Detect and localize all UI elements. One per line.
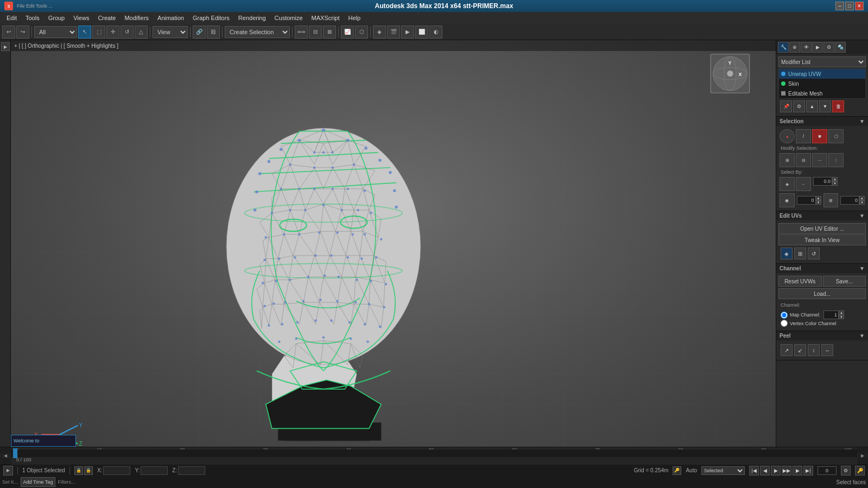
view-dropdown[interactable]: View Screen World Local bbox=[153, 26, 188, 38]
tb-select[interactable]: ↖ bbox=[78, 26, 91, 39]
loop-sel-btn[interactable]: ⋯ bbox=[812, 153, 827, 167]
load-channel-btn[interactable]: Load... bbox=[778, 288, 866, 299]
time-config-btn[interactable]: ⚙ bbox=[841, 466, 851, 476]
tb-align2[interactable]: ⊠ bbox=[323, 26, 336, 39]
key-filter-dropdown[interactable]: Selected All bbox=[701, 466, 745, 475]
peel-icon-3[interactable]: ↕ bbox=[808, 344, 820, 356]
open-uv-editor-btn[interactable]: Open UV Editor ... bbox=[778, 223, 866, 234]
tb-unlink[interactable]: ⛓ bbox=[207, 26, 220, 39]
tb-align[interactable]: ⊟ bbox=[309, 26, 322, 39]
key-mode-btn[interactable]: 🔑 bbox=[855, 466, 865, 476]
go-start-btn[interactable]: |◀ bbox=[749, 466, 759, 476]
spinbox-up-3[interactable]: ▲ bbox=[859, 196, 865, 200]
select-by-smooth[interactable]: ~ bbox=[796, 177, 811, 191]
tb-redo[interactable]: ↪ bbox=[16, 26, 29, 39]
grow-sel-btn[interactable]: ⊞ bbox=[780, 153, 795, 167]
menu-group[interactable]: Group bbox=[44, 12, 69, 24]
lock-y-btn[interactable]: 🔒 bbox=[84, 466, 93, 475]
viewport[interactable]: + | [ ] Orthographic | [ Smooth + Highli… bbox=[11, 40, 776, 447]
spinbox-input-2[interactable] bbox=[797, 196, 816, 205]
maximize-button[interactable]: □ bbox=[845, 2, 854, 10]
select-by-uv[interactable]: ⊞ bbox=[823, 193, 839, 207]
vertex-color-radio[interactable] bbox=[781, 320, 788, 327]
spinbox-down-1[interactable]: ▼ bbox=[832, 181, 838, 186]
face-select-btn[interactable]: ■ bbox=[812, 129, 827, 143]
uv-icon-3[interactable]: ↺ bbox=[808, 248, 820, 259]
menu-views[interactable]: Views bbox=[69, 12, 93, 24]
modifier-unwrap-uvw[interactable]: Unwrap UVW bbox=[779, 69, 865, 79]
rp-motion-tab[interactable]: ▶ bbox=[812, 42, 823, 53]
menu-create[interactable]: Create bbox=[93, 12, 120, 24]
rp-utility-tab[interactable]: 🔩 bbox=[835, 42, 846, 53]
modifier-list-dropdown[interactable]: Modifier List bbox=[778, 56, 866, 67]
edit-uvs-header[interactable]: Edit UVs ▼ bbox=[776, 211, 868, 220]
select-by-mat[interactable]: ◈ bbox=[780, 177, 795, 191]
next-frame-btn[interactable]: ▶ bbox=[793, 466, 802, 476]
create-selection-dropdown[interactable]: Create Selection bbox=[225, 26, 290, 38]
window-controls[interactable]: – □ ✕ bbox=[835, 2, 864, 10]
menu-edit[interactable]: Edit bbox=[2, 12, 21, 24]
set-key-icon[interactable]: 🔑 bbox=[673, 466, 681, 475]
tb-material[interactable]: ◈ bbox=[373, 26, 386, 39]
add-time-tag-btn[interactable]: Add Time Tag bbox=[21, 477, 56, 487]
y-input[interactable] bbox=[141, 466, 168, 475]
tb-select-region[interactable]: ⬚ bbox=[92, 26, 105, 39]
tb-render-setup[interactable]: 🎬 bbox=[387, 26, 400, 39]
timeline-left-btn[interactable]: ◀ bbox=[0, 453, 11, 458]
vertex-select-btn[interactable]: ● bbox=[780, 129, 795, 143]
menu-customize[interactable]: Customize bbox=[270, 12, 307, 24]
edge-select-btn[interactable]: / bbox=[796, 129, 811, 143]
menu-modifiers[interactable]: Modifiers bbox=[120, 12, 153, 24]
tb-render[interactable]: ▶ bbox=[401, 26, 414, 39]
play-btn[interactable]: ▶ bbox=[771, 466, 781, 476]
channel-header[interactable]: Channel ▼ bbox=[776, 264, 868, 273]
peel-icon-1[interactable]: ↗ bbox=[781, 344, 793, 356]
spinbox-input-3[interactable] bbox=[840, 196, 859, 205]
peel-header[interactable]: Peel ▼ bbox=[776, 331, 868, 340]
reset-uvws-btn[interactable]: Reset UVWs bbox=[778, 276, 822, 287]
go-end-btn[interactable]: ▶| bbox=[803, 466, 813, 476]
left-play-btn[interactable]: ▶ bbox=[1, 42, 10, 51]
prev-frame-btn[interactable]: ◀ bbox=[760, 466, 770, 476]
selection-filter-dropdown[interactable]: All Geometry Shapes Lights Cameras bbox=[34, 26, 77, 38]
spinbox-up-2[interactable]: ▲ bbox=[816, 196, 821, 200]
select-by-vert[interactable]: ◉ bbox=[780, 193, 795, 207]
tb-mirror[interactable]: ⟺ bbox=[295, 26, 308, 39]
x-input[interactable] bbox=[103, 466, 130, 475]
auto-key-toggle[interactable]: ▶ bbox=[3, 466, 13, 476]
spinbox-down-2[interactable]: ▼ bbox=[816, 200, 821, 205]
uv-icon-2[interactable]: ⊞ bbox=[794, 248, 806, 259]
menu-maxscript[interactable]: MAXScript bbox=[307, 12, 344, 24]
frame-input[interactable] bbox=[818, 466, 837, 475]
tb-undo[interactable]: ↩ bbox=[2, 26, 15, 39]
map-channel-input[interactable] bbox=[823, 310, 839, 319]
save-channel-btn[interactable]: Save... bbox=[823, 276, 866, 287]
rp-display-tab[interactable]: 👁 bbox=[801, 42, 812, 53]
timeline-bar[interactable]: 0 10 20 30 40 50 60 70 80 90 100 0 / 100 bbox=[11, 447, 857, 465]
selection-header[interactable]: Selection ▼ bbox=[776, 117, 868, 126]
map-channel-down[interactable]: ▼ bbox=[839, 315, 844, 319]
peel-icon-4[interactable]: ↔ bbox=[821, 344, 833, 356]
move-up-btn[interactable]: ▲ bbox=[806, 100, 818, 112]
minimize-button[interactable]: – bbox=[835, 2, 844, 10]
modifier-editable-mesh[interactable]: Editable Mesh bbox=[779, 88, 865, 98]
ring-sel-btn[interactable]: ⋮ bbox=[828, 153, 844, 167]
tb-render-frame[interactable]: ⬜ bbox=[415, 26, 428, 39]
spinbox-input-1[interactable] bbox=[813, 177, 832, 186]
move-down-btn[interactable]: ▼ bbox=[819, 100, 831, 112]
menu-rendering[interactable]: Rendering bbox=[234, 12, 270, 24]
uv-icon-1[interactable]: ◈ bbox=[781, 248, 793, 259]
rp-modify-tab[interactable]: 🔧 bbox=[778, 42, 789, 53]
shrink-sel-btn[interactable]: ⊟ bbox=[796, 153, 811, 167]
pin-stack-btn[interactable]: 📌 bbox=[780, 100, 792, 112]
spinbox-down-3[interactable]: ▼ bbox=[859, 200, 865, 205]
tb-move[interactable]: ✛ bbox=[106, 26, 119, 39]
tb-curve[interactable]: 📈 bbox=[341, 26, 354, 39]
rp-create-tab[interactable]: ⊕ bbox=[789, 42, 800, 53]
tb-link[interactable]: 🔗 bbox=[193, 26, 206, 39]
timeline-right-btn[interactable]: ▶ bbox=[857, 453, 868, 458]
lock-x-btn[interactable]: 🔒 bbox=[74, 466, 83, 475]
close-button[interactable]: ✕ bbox=[855, 2, 864, 10]
tb-active-shade[interactable]: ◐ bbox=[429, 26, 442, 39]
spinbox-up-1[interactable]: ▲ bbox=[832, 177, 838, 181]
